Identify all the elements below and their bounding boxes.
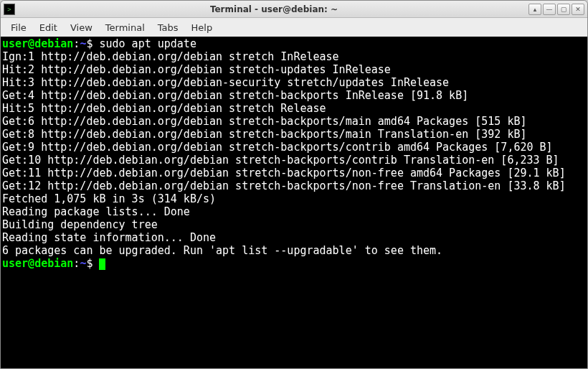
- output-line: Reading package lists... Done: [2, 205, 190, 218]
- output-line: Get:9 http://deb.debian.org/debian stret…: [2, 141, 553, 154]
- output-line: Hit:2 http://deb.debian.org/debian stret…: [2, 63, 391, 76]
- output-line: Building dependency tree: [2, 218, 158, 231]
- window-controls: ▴ — ▢ ✕: [528, 4, 584, 15]
- output-line: Ign:1 http://deb.debian.org/debian stret…: [2, 50, 339, 63]
- output-line: Reading state information... Done: [2, 231, 216, 244]
- output-line: Get:11 http://deb.debian.org/debian stre…: [2, 167, 566, 179]
- prompt-userhost: user@debian: [2, 37, 73, 50]
- window-title: Terminal - user@debian: ~: [19, 4, 528, 14]
- terminal-window: Terminal - user@debian: ~ ▴ — ▢ ✕ File E…: [0, 0, 588, 369]
- output-line: Fetched 1,075 kB in 3s (314 kB/s): [2, 192, 216, 205]
- menu-file[interactable]: File: [5, 20, 32, 35]
- close-button[interactable]: ✕: [572, 4, 584, 15]
- terminal-content[interactable]: user@debian:~$ sudo apt update Ign:1 htt…: [1, 37, 587, 368]
- menubar: File Edit View Terminal Tabs Help: [1, 18, 587, 37]
- minimize-button[interactable]: —: [543, 4, 556, 15]
- maximize-button[interactable]: ▢: [557, 4, 570, 15]
- menu-view[interactable]: View: [65, 20, 98, 35]
- output-line: Hit:5 http://deb.debian.org/debian stret…: [2, 102, 326, 115]
- menu-tabs[interactable]: Tabs: [152, 20, 184, 35]
- titlebar[interactable]: Terminal - user@debian: ~ ▴ — ▢ ✕: [1, 1, 587, 18]
- menu-edit[interactable]: Edit: [34, 20, 63, 35]
- app-icon: [4, 4, 15, 15]
- output-line: Hit:3 http://deb.debian.org/debian-secur…: [2, 76, 449, 89]
- prompt-sigil: $: [86, 37, 93, 50]
- prompt-sigil: $: [86, 257, 93, 270]
- prompt-userhost: user@debian: [2, 257, 73, 270]
- output-line: Get:6 http://deb.debian.org/debian stret…: [2, 115, 527, 128]
- menu-help[interactable]: Help: [186, 20, 219, 35]
- output-line: Get:10 http://deb.debian.org/debian stre…: [2, 154, 559, 167]
- output-line: Get:8 http://deb.debian.org/debian stret…: [2, 128, 527, 141]
- command-text: sudo apt update: [99, 37, 196, 50]
- output-line: Get:4 http://deb.debian.org/debian stret…: [2, 89, 468, 102]
- output-line: 6 packages can be upgraded. Run 'apt lis…: [2, 244, 442, 257]
- cursor: [99, 258, 105, 270]
- stick-button[interactable]: ▴: [528, 4, 541, 15]
- output-line: Get:12 http://deb.debian.org/debian stre…: [2, 179, 566, 192]
- menu-terminal[interactable]: Terminal: [100, 20, 151, 35]
